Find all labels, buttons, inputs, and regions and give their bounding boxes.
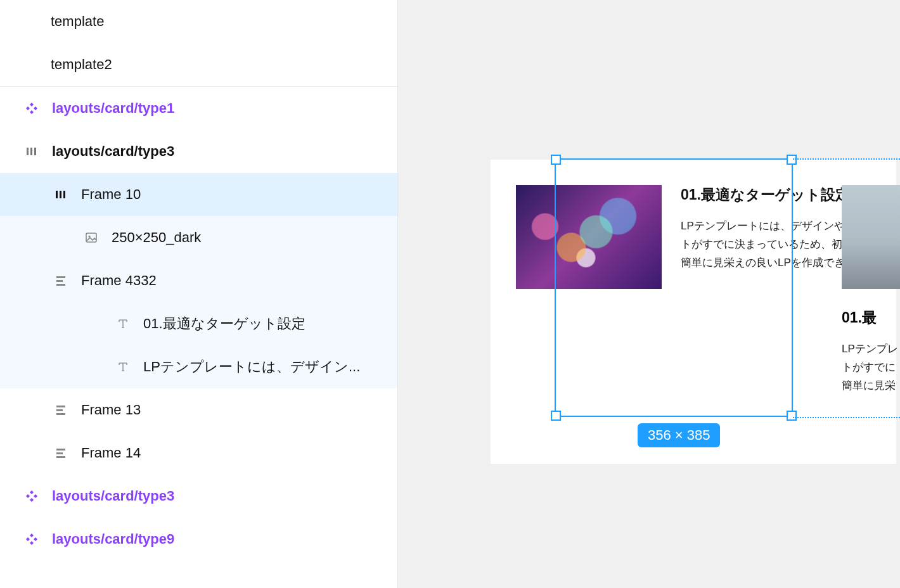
text-icon <box>114 318 132 329</box>
layer-template[interactable]: template <box>0 0 397 43</box>
layer-label: layouts/card/type1 <box>52 100 174 117</box>
svg-marker-3 <box>34 106 37 110</box>
card-type3: 01.最適なターゲット設定 LPテンプレートには、デザインや トがすでに決まって… <box>516 185 871 289</box>
layer-frame-10[interactable]: Frame 10 <box>0 173 397 216</box>
layer-image-250x250-dark[interactable]: 250×250_dark <box>0 216 397 259</box>
layer-frame-4332[interactable]: Frame 4332 <box>0 259 397 302</box>
svg-rect-19 <box>56 452 63 454</box>
svg-rect-20 <box>56 456 65 458</box>
layer-label: Frame 4332 <box>81 272 157 289</box>
svg-rect-15 <box>56 406 65 407</box>
image-icon <box>82 231 100 244</box>
card-image[interactable] <box>842 185 900 289</box>
svg-rect-9 <box>63 191 65 198</box>
layer-label: Frame 14 <box>81 445 141 461</box>
guideline-top <box>793 158 900 160</box>
svg-marker-21 <box>30 490 34 494</box>
svg-rect-13 <box>56 280 63 282</box>
svg-marker-27 <box>26 537 30 541</box>
card-image[interactable] <box>516 185 662 289</box>
layer-label: Frame 10 <box>81 186 141 203</box>
selection-dimensions: 356 × 385 <box>638 423 720 447</box>
card-title[interactable]: 01.最 <box>842 308 900 328</box>
guideline-bottom <box>793 417 900 418</box>
svg-marker-26 <box>30 541 34 545</box>
svg-marker-28 <box>34 537 37 541</box>
svg-marker-23 <box>26 494 30 498</box>
svg-rect-10 <box>86 233 96 242</box>
svg-marker-1 <box>30 110 34 114</box>
svg-rect-5 <box>30 148 32 155</box>
svg-rect-4 <box>27 148 29 155</box>
layer-layouts-card-type3-instance[interactable]: layouts/card/type3 <box>0 130 397 173</box>
component-icon <box>23 533 41 546</box>
card-body[interactable]: LPテンプレ トがすでに 簡単に見栄 <box>842 340 900 395</box>
svg-rect-16 <box>56 409 63 411</box>
layer-frame-14[interactable]: Frame 14 <box>0 431 397 475</box>
svg-rect-18 <box>56 449 65 451</box>
svg-marker-24 <box>34 494 37 498</box>
layer-label: 01.最適なターゲット設定 <box>143 314 305 333</box>
layer-text-title[interactable]: 01.最適なターゲット設定 <box>0 302 397 345</box>
svg-rect-6 <box>34 148 36 155</box>
layer-label: layouts/card/type3 <box>52 143 174 160</box>
layer-frame-13[interactable]: Frame 13 <box>0 388 397 431</box>
layer-label: template2 <box>51 56 112 73</box>
frame-artboard[interactable]: 01.最適なターゲット設定 LPテンプレートには、デザインや トがすでに決まって… <box>491 160 896 464</box>
layer-label: layouts/card/type3 <box>52 488 174 504</box>
layer-layouts-card-type1[interactable]: layouts/card/type1 <box>0 87 397 130</box>
text-icon <box>114 361 132 373</box>
layer-label: 250×250_dark <box>112 229 201 246</box>
svg-marker-22 <box>30 498 34 502</box>
autolayout-vertical-icon <box>52 275 70 286</box>
component-icon <box>23 490 41 502</box>
svg-marker-25 <box>30 534 34 537</box>
svg-rect-17 <box>56 413 65 415</box>
svg-marker-0 <box>30 103 34 106</box>
card-title[interactable]: 01.最適なターゲット設定 <box>681 185 850 205</box>
layers-panel: template template2 layouts/card/type1 la… <box>0 0 398 588</box>
layer-label: LPテンプレートには、デザイン... <box>143 357 360 376</box>
svg-marker-2 <box>26 106 30 110</box>
svg-rect-14 <box>56 284 65 286</box>
card-type3-clip: 01.最 LPテンプレ トがすでに 簡単に見栄 <box>842 185 900 395</box>
svg-rect-12 <box>56 276 65 278</box>
card-body[interactable]: LPテンプレートには、デザインや トがすでに決まっているため、初 簡単に見栄えの… <box>681 217 850 272</box>
autolayout-vertical-icon <box>52 404 70 416</box>
layer-label: layouts/card/type9 <box>52 531 174 547</box>
autolayout-horizontal-icon <box>52 189 70 200</box>
svg-rect-8 <box>60 191 61 198</box>
autolayout-vertical-icon <box>52 447 70 459</box>
svg-rect-7 <box>56 191 58 198</box>
layer-layouts-card-type9[interactable]: layouts/card/type9 <box>0 518 397 561</box>
layer-layouts-card-type3[interactable]: layouts/card/type3 <box>0 475 397 518</box>
layer-template2[interactable]: template2 <box>0 43 397 86</box>
autolayout-horizontal-icon <box>23 146 41 157</box>
layer-label: Frame 13 <box>81 402 141 418</box>
layer-label: template <box>51 13 104 30</box>
layer-text-body[interactable]: LPテンプレートには、デザイン... <box>0 345 397 388</box>
component-icon <box>23 102 41 115</box>
card-text: 01.最適なターゲット設定 LPテンプレートには、デザインや トがすでに決まって… <box>681 185 850 272</box>
canvas[interactable]: layouts/card/type3 01.最適なターゲット設定 LPテンプレー… <box>398 0 900 588</box>
